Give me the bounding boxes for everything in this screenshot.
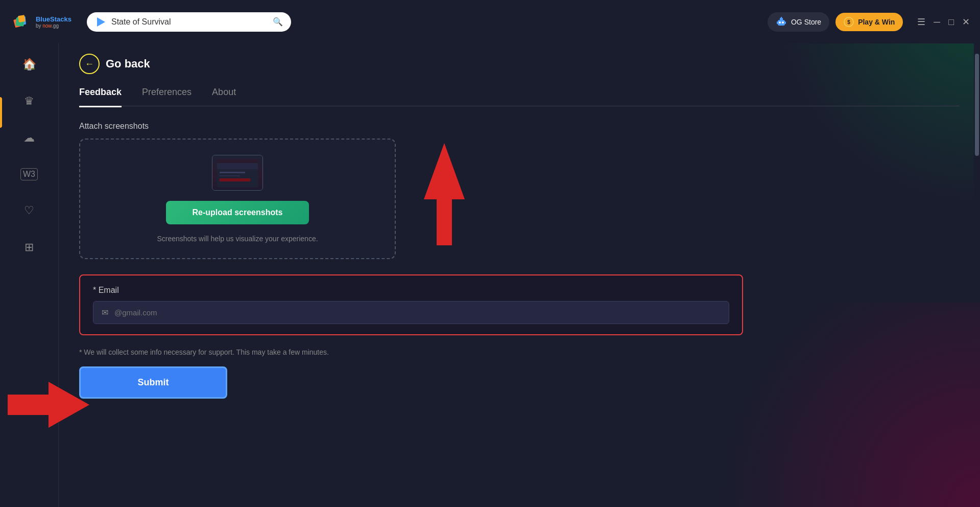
play-win-label: Play & Win [858, 18, 895, 26]
window-controls: ☰ ─ □ ✕ [917, 17, 970, 27]
info-text: * We will collect some info necessary fo… [79, 348, 960, 356]
screenshot-preview-image [217, 159, 258, 187]
titlebar: BlueStacks by now.gg 🔍 OG Store [0, 0, 980, 43]
scrollbar[interactable] [974, 43, 980, 507]
svg-rect-4 [18, 15, 26, 22]
email-envelope-icon: ✉ [102, 308, 108, 317]
svg-point-9 [779, 21, 781, 24]
svg-rect-8 [781, 17, 782, 18]
email-input-wrapper: ✉ [93, 301, 729, 324]
sidebar-item-crown[interactable]: ♛ [11, 90, 47, 112]
sidebar-item-w3[interactable]: W3 [11, 164, 47, 185]
sidebar-item-cloud[interactable]: ☁ [11, 127, 47, 149]
bluestacks-logo-icon [10, 8, 33, 36]
svg-text:$: $ [847, 19, 850, 25]
scroll-thumb[interactable] [975, 54, 979, 156]
go-back-label: Go back [106, 57, 150, 71]
close-button[interactable]: ✕ [962, 17, 970, 27]
og-store-button[interactable]: OG Store [768, 12, 829, 32]
layers-icon: ⊞ [25, 241, 34, 254]
tab-feedback[interactable]: Feedback [79, 87, 122, 107]
svg-rect-11 [777, 21, 778, 24]
heart-icon: ♡ [24, 204, 34, 217]
tab-about[interactable]: About [212, 87, 236, 102]
og-store-label: OG Store [791, 18, 821, 26]
go-back-circle-icon: ← [79, 54, 100, 74]
go-back-button[interactable]: ← Go back [79, 54, 150, 74]
search-input[interactable] [111, 17, 268, 27]
svg-point-10 [782, 21, 784, 24]
sidebar: 🏠 ♛ ☁ W3 ♡ ⊞ [0, 43, 59, 507]
svg-rect-20 [217, 159, 258, 163]
tabs-container: Feedback Preferences About [79, 87, 960, 106]
screenshot-hint-text: Screenshots will help us visualize your … [157, 235, 318, 243]
play-win-button[interactable]: $ Play & Win [835, 13, 903, 31]
w3-icon: W3 [20, 168, 38, 180]
svg-rect-18 [220, 175, 240, 176]
search-icon[interactable]: 🔍 [273, 17, 283, 27]
svg-rect-17 [220, 172, 245, 173]
titlebar-right: OG Store $ Play & Win ☰ ─ □ ✕ [768, 12, 970, 32]
email-input[interactable] [114, 308, 721, 317]
sidebar-active-indicator [0, 97, 2, 128]
reupload-screenshots-button[interactable]: Re-upload screenshots [166, 201, 309, 224]
screenshot-thumbnail [212, 155, 263, 191]
crown-icon: ♛ [24, 95, 34, 108]
submit-button[interactable]: Submit [79, 366, 227, 399]
attach-screenshots-title: Attach screenshots [79, 122, 960, 131]
og-store-icon [776, 16, 787, 28]
hamburger-menu-button[interactable]: ☰ [917, 17, 925, 27]
logo-bluestacks-text: BlueStacks [36, 15, 71, 23]
coin-icon: $ [844, 17, 854, 27]
search-bar: 🔍 [87, 12, 291, 32]
maximize-button[interactable]: □ [948, 17, 954, 27]
screenshot-thumb-inner [212, 155, 262, 190]
play-store-icon [95, 16, 106, 28]
email-label: * Email [93, 286, 729, 295]
cloud-icon: ☁ [23, 131, 35, 145]
main-content: ← Go back Feedback Preferences About Att… [59, 43, 980, 507]
logo-nowgg-text: by now.gg [36, 23, 71, 29]
logo-area: BlueStacks by now.gg [10, 8, 71, 36]
screenshot-upload-area[interactable]: Re-upload screenshots Screenshots will h… [79, 139, 396, 259]
svg-marker-5 [97, 17, 105, 27]
sidebar-item-home[interactable]: 🏠 [11, 54, 47, 75]
svg-rect-12 [785, 21, 786, 24]
svg-rect-19 [220, 178, 250, 181]
sidebar-item-layers[interactable]: ⊞ [11, 237, 47, 258]
email-section: * Email ✉ [79, 274, 743, 335]
sidebar-item-heart[interactable]: ♡ [11, 200, 47, 221]
minimize-button[interactable]: ─ [934, 17, 940, 27]
tab-preferences[interactable]: Preferences [142, 87, 192, 102]
home-icon: 🏠 [22, 58, 36, 71]
